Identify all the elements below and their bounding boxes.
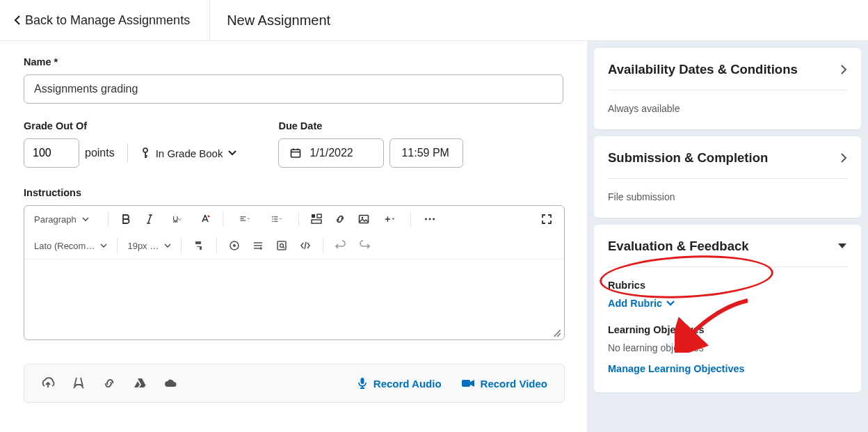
- video-icon: [461, 378, 475, 388]
- separator: [410, 211, 411, 227]
- font-family-dropdown[interactable]: Lato (Recom…: [31, 241, 110, 251]
- font-family-text: Lato (Recom…: [34, 241, 95, 251]
- due-inline: 1/1/2022 11:59 PM: [278, 138, 463, 168]
- submission-status: File submission: [608, 191, 847, 202]
- more-button[interactable]: [418, 209, 442, 229]
- separator: [223, 211, 223, 227]
- vertical-divider: [127, 144, 128, 162]
- svg-point-0: [143, 148, 147, 152]
- svg-rect-15: [278, 241, 286, 250]
- fullscreen-button[interactable]: [536, 209, 557, 229]
- manage-learning-objectives-label: Manage Learning Objectives: [608, 363, 745, 374]
- name-input[interactable]: [24, 74, 563, 104]
- back-label: Back to Manage Assignments: [25, 13, 190, 28]
- grade-group: Grade Out Of points In Grade Book: [24, 120, 236, 168]
- record-video-button[interactable]: Record Video: [461, 377, 547, 390]
- word-count-button[interactable]: [248, 236, 268, 255]
- grade-inline: points In Grade Book: [24, 138, 236, 168]
- grade-input[interactable]: [24, 138, 79, 168]
- key-icon: [140, 147, 150, 159]
- svg-point-14: [233, 244, 236, 247]
- panel-evaluation-header[interactable]: Evaluation & Feedback: [608, 239, 847, 267]
- google-drive-icon[interactable]: [133, 376, 147, 390]
- grade-label: Grade Out Of: [24, 120, 236, 131]
- editor-toolbar-row1: Paragraph: [24, 206, 564, 232]
- name-label-text: Name: [24, 56, 51, 67]
- top-bar: Back to Manage Assignments New Assignmen…: [0, 0, 868, 41]
- chevron-left-icon: [14, 15, 21, 25]
- add-rubric-label: Add Rubric: [608, 298, 662, 309]
- editor-body[interactable]: [24, 259, 564, 339]
- grade-book-label: In Grade Book: [156, 147, 223, 159]
- redo-button[interactable]: [354, 236, 375, 255]
- chevron-down-icon: [164, 243, 171, 248]
- availability-status: Always available: [608, 103, 847, 114]
- separator: [323, 238, 323, 253]
- insert-stuff-button[interactable]: [306, 209, 327, 229]
- panel-evaluation: Evaluation & Feedback Rubrics Add Rubric…: [594, 225, 861, 392]
- sidebar-inner: Availability Dates & Conditions Always a…: [594, 48, 861, 392]
- chevron-down-icon: [82, 217, 89, 222]
- svg-rect-17: [360, 378, 364, 384]
- panel-submission-header[interactable]: Submission & Completion: [608, 150, 847, 179]
- required-asterisk: *: [54, 56, 58, 67]
- main-column: Name * Grade Out Of points In Grade Book: [0, 41, 587, 432]
- attach-left: [41, 376, 177, 390]
- svg-point-4: [272, 221, 273, 223]
- link-button[interactable]: [330, 209, 351, 229]
- due-date-text: 1/1/2022: [310, 147, 353, 159]
- align-button[interactable]: [230, 209, 259, 229]
- svg-point-2: [272, 216, 273, 218]
- chevron-down-icon: [666, 301, 675, 306]
- manage-learning-objectives-button[interactable]: Manage Learning Objectives: [608, 363, 745, 374]
- separator: [298, 211, 299, 227]
- due-group: Due Date 1/1/2022 11:59 PM: [278, 120, 463, 168]
- layout: Name * Grade Out Of points In Grade Book: [0, 41, 868, 432]
- svg-rect-7: [312, 220, 321, 223]
- calendar-icon: [290, 147, 301, 159]
- svg-point-10: [425, 218, 427, 221]
- link-icon[interactable]: [102, 376, 116, 390]
- panel-submission-title: Submission & Completion: [608, 150, 768, 166]
- block-format-dropdown[interactable]: Paragraph: [31, 214, 101, 225]
- svg-point-11: [429, 218, 431, 221]
- panel-submission: Submission & Completion File submission: [594, 136, 861, 218]
- onedrive-icon[interactable]: [163, 376, 177, 390]
- insert-more-button[interactable]: [377, 209, 403, 229]
- quicklink-icon[interactable]: [72, 376, 86, 390]
- upload-icon[interactable]: [41, 376, 55, 390]
- attachment-bar: Record Audio Record Video: [24, 364, 565, 403]
- italic-button[interactable]: [139, 209, 160, 229]
- due-date-input[interactable]: 1/1/2022: [278, 138, 384, 168]
- record-audio-button[interactable]: Record Audio: [357, 377, 442, 390]
- due-time-input[interactable]: 11:59 PM: [389, 138, 463, 168]
- list-button[interactable]: [262, 209, 291, 229]
- font-color-button[interactable]: [195, 209, 216, 229]
- add-rubric-button[interactable]: Add Rubric: [608, 298, 675, 309]
- font-size-dropdown[interactable]: 19px …: [124, 241, 174, 251]
- panel-availability-header[interactable]: Availability Dates & Conditions: [608, 62, 847, 90]
- preview-button[interactable]: [271, 236, 292, 255]
- caret-down-icon: [837, 243, 847, 250]
- image-button[interactable]: [353, 209, 374, 229]
- source-code-button[interactable]: [295, 236, 316, 255]
- sidebar: Availability Dates & Conditions Always a…: [587, 41, 868, 432]
- separator: [181, 238, 182, 253]
- svg-point-3: [272, 218, 273, 220]
- format-painter-button[interactable]: [188, 236, 209, 255]
- accessibility-check-button[interactable]: [224, 236, 245, 255]
- learning-objectives-heading: Learning Objectives: [608, 324, 847, 335]
- undo-button[interactable]: [330, 236, 351, 255]
- svg-rect-18: [462, 380, 470, 387]
- panel-availability: Availability Dates & Conditions Always a…: [594, 48, 861, 129]
- chevron-right-icon: [840, 65, 847, 74]
- page-title: New Assignment: [210, 13, 330, 29]
- back-link[interactable]: Back to Manage Assignments: [0, 0, 210, 40]
- grade-book-dropdown[interactable]: In Grade Book: [140, 147, 237, 159]
- rubrics-section: Rubrics Add Rubric: [608, 280, 847, 309]
- resize-grip-icon[interactable]: [552, 328, 561, 337]
- grade-due-row: Grade Out Of points In Grade Book Due Da…: [24, 120, 563, 168]
- underline-button[interactable]: [163, 209, 192, 229]
- chevron-down-icon: [100, 243, 107, 248]
- bold-button[interactable]: [115, 209, 136, 229]
